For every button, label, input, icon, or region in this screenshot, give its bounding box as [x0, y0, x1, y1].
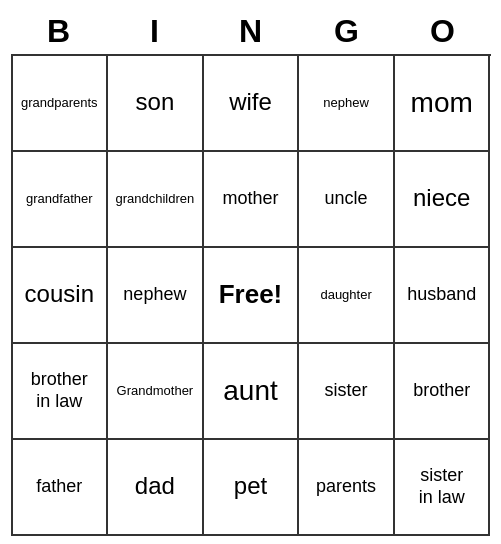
- bingo-cell: parents: [299, 440, 395, 536]
- bingo-cell: daughter: [299, 248, 395, 344]
- cell-text: husband: [407, 284, 476, 306]
- bingo-cell: wife: [204, 56, 300, 152]
- cell-text: father: [36, 476, 82, 498]
- bingo-cell: cousin: [13, 248, 109, 344]
- cell-text: Free!: [219, 279, 283, 310]
- cell-text: parents: [316, 476, 376, 498]
- cell-text: cousin: [25, 280, 94, 309]
- bingo-cell: grandfather: [13, 152, 109, 248]
- cell-text: daughter: [320, 287, 371, 303]
- bingo-cell: mom: [395, 56, 491, 152]
- bingo-cell: uncle: [299, 152, 395, 248]
- bingo-cell: dad: [108, 440, 204, 536]
- bingo-cell: sister: [299, 344, 395, 440]
- cell-text: dad: [135, 472, 175, 501]
- cell-text: mom: [411, 86, 473, 120]
- cell-text: wife: [229, 88, 272, 117]
- cell-text: mother: [222, 188, 278, 210]
- bingo-cell: husband: [395, 248, 491, 344]
- bingo-cell: Free!: [204, 248, 300, 344]
- bingo-letter: B: [11, 9, 107, 54]
- bingo-cell: pet: [204, 440, 300, 536]
- bingo-cell: sister in law: [395, 440, 491, 536]
- cell-text: uncle: [325, 188, 368, 210]
- bingo-header: BINGO: [11, 9, 491, 54]
- bingo-cell: niece: [395, 152, 491, 248]
- cell-text: pet: [234, 472, 267, 501]
- bingo-cell: son: [108, 56, 204, 152]
- bingo-cell: brother: [395, 344, 491, 440]
- cell-text: Grandmother: [117, 383, 194, 399]
- cell-text: brother: [413, 380, 470, 402]
- bingo-cell: aunt: [204, 344, 300, 440]
- bingo-cell: Grandmother: [108, 344, 204, 440]
- cell-text: aunt: [223, 374, 278, 408]
- bingo-cell: father: [13, 440, 109, 536]
- cell-text: grandfather: [26, 191, 93, 207]
- cell-text: grandparents: [21, 95, 98, 111]
- bingo-cell: grandparents: [13, 56, 109, 152]
- cell-text: sister in law: [419, 465, 465, 508]
- bingo-cell: nephew: [299, 56, 395, 152]
- cell-text: niece: [413, 184, 470, 213]
- cell-text: brother in law: [31, 369, 88, 412]
- bingo-cell: grandchildren: [108, 152, 204, 248]
- cell-text: nephew: [323, 95, 369, 111]
- cell-text: grandchildren: [116, 191, 195, 207]
- bingo-cell: mother: [204, 152, 300, 248]
- bingo-letter: O: [395, 9, 491, 54]
- bingo-letter: I: [107, 9, 203, 54]
- cell-text: sister: [325, 380, 368, 402]
- bingo-letter: G: [299, 9, 395, 54]
- bingo-cell: nephew: [108, 248, 204, 344]
- cell-text: son: [136, 88, 175, 117]
- bingo-card: BINGO grandparentssonwifenephewmomgrandf…: [11, 9, 491, 536]
- bingo-grid: grandparentssonwifenephewmomgrandfatherg…: [11, 54, 491, 536]
- bingo-letter: N: [203, 9, 299, 54]
- cell-text: nephew: [123, 284, 186, 306]
- bingo-cell: brother in law: [13, 344, 109, 440]
